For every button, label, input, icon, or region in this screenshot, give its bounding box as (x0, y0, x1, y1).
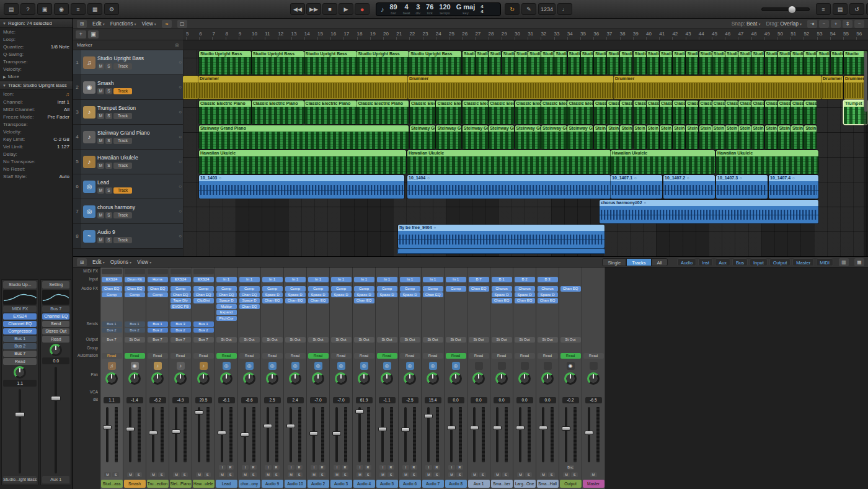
plugin-slot[interactable]: Bus 1 (3, 336, 37, 342)
track-name[interactable]: Trumpet Section (97, 105, 175, 111)
view-menu[interactable]: View▾ (142, 20, 156, 27)
region[interactable]: Classi (725, 101, 738, 124)
track-parameter[interactable]: Staff Style:Auto (0, 173, 73, 180)
volume-fader[interactable] (290, 407, 292, 462)
lcd-field-beat[interactable]: 4beat (403, 4, 410, 15)
output-slot[interactable]: Bus 7 (193, 337, 214, 343)
region-parameter[interactable]: Q-Swing: (0, 50, 73, 58)
mixer-view-menu[interactable]: View▾ (137, 259, 151, 265)
mixer-grid-icon[interactable]: ⊞ (77, 258, 87, 266)
volume-fader[interactable] (106, 407, 108, 462)
solo-button[interactable]: S (410, 472, 417, 477)
region[interactable]: 10_1407.2○ (663, 175, 715, 199)
bar-ruler[interactable]: 5678910111213141516171819202122232425262… (183, 29, 868, 40)
filter-input-button[interactable]: Input (750, 258, 768, 266)
volume-value[interactable]: -4.9 (172, 397, 189, 403)
pan-knob[interactable] (450, 372, 462, 385)
pan-knob[interactable] (266, 372, 278, 385)
inspector-toggle-icon[interactable]: ▣ (37, 3, 52, 15)
input-slot[interactable]: In 1 (446, 277, 466, 282)
region[interactable]: Studio (463, 51, 475, 74)
volume-value[interactable]: 61.9 (356, 397, 373, 403)
track-s-button[interactable]: S (105, 163, 112, 169)
fader-cap[interactable] (149, 431, 157, 435)
pan-knob[interactable] (518, 372, 531, 385)
automation-mode-button[interactable]: Read (42, 336, 69, 343)
volume-fader[interactable] (404, 407, 407, 462)
eq-thumbnail[interactable] (42, 290, 69, 305)
volume-value[interactable]: 0.0 (471, 397, 487, 403)
record-enable-icon[interactable]: ○ (179, 209, 182, 214)
channel-name[interactable]: Haw...ulele (193, 480, 215, 488)
region[interactable]: Studio (541, 51, 554, 74)
toolbar-toggle-icon[interactable]: ▤ (4, 3, 19, 15)
volume-fader[interactable] (42, 366, 69, 475)
region[interactable]: Stein (699, 125, 712, 149)
audio-fx-slot[interactable]: Comp (102, 292, 122, 298)
volume-fader[interactable] (152, 407, 154, 462)
marker-lane[interactable] (183, 40, 868, 50)
output-slot[interactable]: St Out (285, 337, 306, 343)
lcd-field-div[interactable]: 3div (415, 4, 420, 15)
output-slot[interactable]: St Out (560, 337, 581, 343)
region[interactable]: Studio (476, 51, 488, 74)
audio-fx-slot[interactable]: Expand (216, 310, 237, 315)
region[interactable]: Studio (791, 51, 804, 74)
mute-button[interactable]: M (150, 472, 157, 477)
region[interactable]: Classic Electric Piano (356, 101, 409, 124)
mute-button[interactable]: M (402, 472, 409, 477)
automation-mode-button[interactable]: Read (400, 353, 420, 359)
fader-cap[interactable] (562, 426, 570, 431)
audio-fx-slot[interactable]: Space D (538, 292, 558, 298)
region[interactable]: Studio (515, 51, 528, 74)
send-slot[interactable]: Bus 2 (193, 328, 214, 333)
track-onoff-button[interactable]: Track (113, 113, 132, 119)
region[interactable]: Stein (686, 125, 698, 149)
filter-master-button[interactable]: Master (792, 258, 814, 266)
input-monitor-button[interactable]: I (265, 465, 272, 470)
send-slot[interactable]: Bus 2 (148, 328, 168, 333)
track-name[interactable]: Smash (97, 80, 175, 86)
audio-fx-slot[interactable]: Comp (285, 286, 306, 292)
audio-fx-slot[interactable]: Chan EQ (423, 292, 443, 298)
region[interactable]: Stein (673, 125, 685, 149)
mute-button[interactable]: M (311, 472, 317, 477)
automation-mode-button[interactable]: Read (170, 353, 191, 359)
input-slot[interactable]: In 1 (354, 277, 374, 282)
channel-name[interactable]: Smash (124, 480, 146, 488)
stop-button[interactable]: ■ (322, 3, 337, 15)
automation-mode-button[interactable]: Read (538, 353, 558, 359)
audio-fx-slot[interactable]: Comp (216, 286, 237, 292)
channel-name[interactable]: Audio 6 (399, 480, 421, 488)
automation-mode-button[interactable]: Read (560, 353, 581, 359)
new-track-with-duplicate-button[interactable]: ▣ (88, 30, 99, 38)
region[interactable]: Studio Upright Bass (199, 51, 251, 74)
region[interactable]: Studio Upright Bass (356, 51, 409, 74)
track-m-button[interactable]: M (97, 138, 104, 144)
mixer-edit-menu[interactable]: Edit▾ (92, 259, 105, 265)
audio-fx-slot[interactable]: Chan EQ (354, 298, 374, 303)
filter-aux-button[interactable]: Aux (715, 258, 730, 266)
region-parameter[interactable]: Quantize:1/8 Note (0, 43, 73, 50)
solo-button[interactable]: S (479, 472, 486, 477)
channel-name[interactable]: Audio 5 (376, 480, 398, 488)
forward-button[interactable]: ▶▶ (306, 3, 321, 15)
region[interactable]: Steinway Gra (567, 125, 593, 149)
volume-value[interactable]: -8.6 (241, 397, 258, 403)
mute-button[interactable]: M (104, 472, 111, 477)
input-slot[interactable]: In 1 (400, 277, 420, 282)
region[interactable]: Stein (594, 125, 606, 149)
audio-fx-slot[interactable]: Chan EQ (538, 298, 558, 303)
plugin-slot[interactable]: Channel EQ (3, 321, 37, 327)
audio-fx-slot[interactable]: Comp (423, 286, 443, 292)
audio-fx-slot[interactable]: Space D (515, 292, 535, 298)
output-slot[interactable]: Bus 7 (102, 337, 122, 343)
audio-fx-slot[interactable]: Space D (331, 292, 352, 298)
audio-fx-slot[interactable]: Space D (239, 298, 260, 303)
input-monitor-button[interactable]: I (288, 465, 294, 470)
output-slot[interactable]: St Out (400, 337, 420, 343)
output-slot[interactable]: Bus 7 (148, 337, 168, 343)
fader-cap[interactable] (378, 427, 387, 431)
lcd-field-tempo[interactable]: 120tempo (439, 4, 450, 15)
plugin-slot[interactable]: Bus 7 (42, 306, 69, 312)
